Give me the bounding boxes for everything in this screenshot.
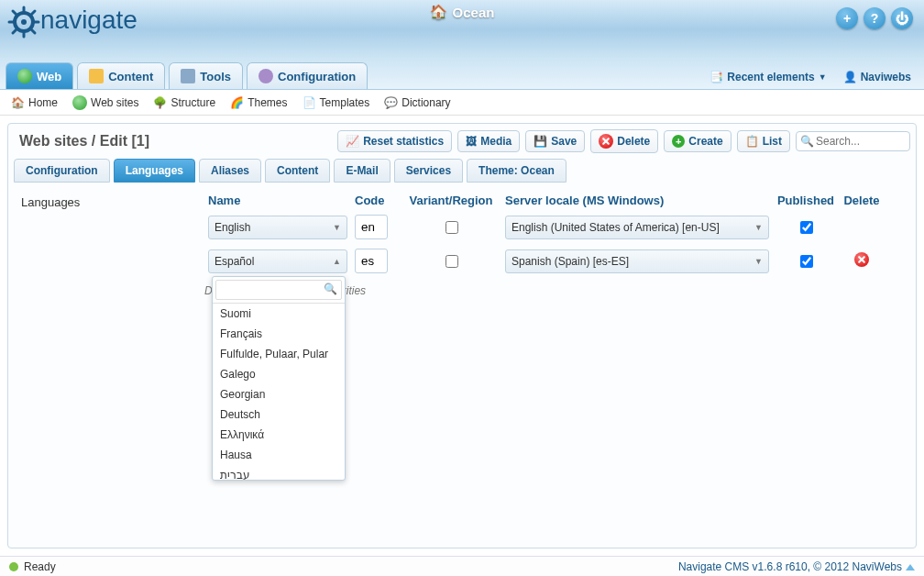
reset-statistics-button[interactable]: 📈Reset statistics	[337, 130, 452, 152]
add-button[interactable]: +	[836, 7, 858, 29]
status-company[interactable]: NaviWebs	[852, 560, 902, 573]
save-button[interactable]: 💾Save	[525, 130, 585, 152]
subnav-templates[interactable]: 📄Templates	[302, 96, 370, 109]
tab-languages[interactable]: Languages	[114, 159, 195, 183]
tab-tools[interactable]: Tools	[169, 62, 243, 89]
chevron-down-icon: ▼	[333, 223, 341, 232]
svg-line-8	[13, 28, 17, 33]
title-badge: 🏠 Ocean	[430, 4, 495, 20]
dropdown-option[interactable]: Ελληνικά	[213, 425, 345, 445]
delete-button[interactable]: Delete	[590, 129, 658, 153]
published-checkbox[interactable]	[800, 221, 813, 234]
status-bar: Ready Navigate CMS v1.6.8 r610, © 2012 N…	[0, 556, 924, 576]
dropdown-list[interactable]: Suomi Français Fulfulde, Pulaar, Pular G…	[213, 304, 345, 480]
chart-icon: 📈	[346, 135, 359, 148]
name-value: English	[214, 221, 250, 234]
tab-web-label: Web	[37, 70, 61, 83]
toolbar: 📈Reset statistics 🖼Media 💾Save Delete +C…	[337, 129, 910, 153]
list-icon: 📋	[745, 135, 759, 148]
code-input[interactable]	[355, 215, 388, 239]
recent-elements-link[interactable]: 📑Recent elements▼	[710, 71, 826, 83]
tab-web[interactable]: Web	[6, 62, 73, 89]
tab-configuration[interactable]: Configuration	[247, 62, 368, 89]
variant-checkbox[interactable]	[446, 221, 458, 234]
dropdown-option[interactable]: Deutsch	[213, 404, 345, 425]
status-right: Navigate CMS v1.6.8 r610, © 2012 NaviWeb…	[678, 560, 915, 573]
wrench-icon	[181, 69, 195, 83]
dropdown-option[interactable]: Galego	[213, 364, 345, 384]
help-button[interactable]: ?	[864, 7, 886, 29]
search-input[interactable]	[814, 134, 906, 149]
subnav-dictionary-label: Dictionary	[402, 96, 450, 109]
subnav-templates-label: Templates	[320, 96, 370, 109]
create-button[interactable]: +Create	[664, 130, 731, 152]
page-title: Web sites / Edit [1]	[14, 129, 155, 153]
power-button[interactable]: ⏻	[891, 7, 913, 29]
status-text: Ready	[24, 560, 56, 573]
reset-label: Reset statistics	[363, 135, 444, 148]
subnav-themes[interactable]: 🌈Themes	[230, 96, 287, 109]
tab-content[interactable]: Content	[77, 62, 165, 89]
svg-line-6	[13, 11, 17, 16]
status-copyright: , © 2012	[808, 560, 852, 573]
svg-line-7	[30, 28, 35, 33]
tab-services[interactable]: Services	[394, 159, 463, 183]
globe-icon	[72, 95, 87, 110]
tab-content-section[interactable]: Content	[265, 159, 330, 183]
titlebar: Web sites / Edit [1] 📈Reset statistics 🖼…	[14, 129, 910, 153]
dropdown-option[interactable]: Hausa	[213, 445, 345, 465]
home-icon: 🏠	[11, 96, 25, 109]
subnav-themes-label: Themes	[248, 96, 287, 109]
user-link[interactable]: 👤Naviwebs	[843, 71, 911, 83]
media-button[interactable]: 🖼Media	[457, 130, 520, 152]
media-label: Media	[480, 135, 512, 148]
language-row[interactable]: Español▲ Spanish (Spain) [es-ES]▼	[204, 249, 903, 273]
recent-icon: 📑	[710, 71, 723, 83]
tab-configuration[interactable]: Configuration	[14, 159, 110, 183]
tree-icon: 🌳	[153, 96, 167, 109]
section-label: Languages	[21, 194, 204, 282]
dropdown-option[interactable]: Français	[213, 324, 345, 344]
content-area: Web sites / Edit [1] 📈Reset statistics 🖼…	[0, 116, 924, 556]
status-product[interactable]: Navigate CMS	[678, 560, 749, 573]
tab-theme[interactable]: Theme: Ocean	[467, 159, 566, 183]
name-value: Español	[214, 255, 254, 268]
chevron-down-icon: ▼	[754, 257, 763, 266]
subnav-home[interactable]: 🏠Home	[11, 96, 58, 109]
plus-icon: +	[672, 135, 685, 148]
tab-aliases[interactable]: Aliases	[199, 159, 261, 183]
triangle-up-icon[interactable]	[906, 564, 915, 570]
language-row[interactable]: English▼ English (United States of Ameri…	[204, 215, 903, 239]
svg-point-1	[21, 19, 27, 25]
svg-line-9	[30, 11, 35, 16]
variant-checkbox[interactable]	[446, 255, 458, 268]
locale-select[interactable]: English (United States of America) [en-U…	[505, 216, 769, 239]
header-code: Code	[351, 194, 401, 207]
subnav-websites[interactable]: Web sites	[72, 95, 138, 110]
dropdown-search-wrap: 🔍	[213, 277, 345, 304]
chevron-down-icon: ▼	[754, 223, 763, 232]
locale-value: Spanish (Spain) [es-ES]	[512, 255, 629, 268]
locale-select[interactable]: Spanish (Spain) [es-ES]▼	[505, 249, 769, 273]
published-checkbox[interactable]	[800, 255, 813, 268]
name-select[interactable]: English▼	[208, 216, 347, 239]
list-button[interactable]: 📋List	[737, 130, 790, 152]
dropdown-option[interactable]: Fulfulde, Pulaar, Pular	[213, 344, 345, 364]
status-dot-icon	[9, 562, 18, 571]
user-label: Naviwebs	[861, 71, 911, 83]
search-icon: 🔍	[800, 135, 814, 148]
subnav-structure[interactable]: 🌳Structure	[153, 96, 215, 109]
dropdown-option[interactable]: Suomi	[213, 304, 345, 324]
dropdown-option[interactable]: Georgian	[213, 384, 345, 404]
header-delete: Delete	[839, 194, 885, 207]
list-label: List	[763, 135, 782, 148]
dropdown-option[interactable]: עברית	[213, 465, 345, 480]
subnav-dictionary[interactable]: 💬Dictionary	[384, 96, 450, 109]
tab-email[interactable]: E-Mail	[334, 159, 390, 183]
status-left: Ready	[9, 560, 56, 573]
tab-configuration-label: Configuration	[278, 70, 356, 83]
title-text: Ocean	[453, 5, 495, 20]
code-input[interactable]	[355, 249, 388, 273]
name-select-open[interactable]: Español▲	[208, 249, 347, 273]
delete-row-button[interactable]	[854, 252, 869, 267]
